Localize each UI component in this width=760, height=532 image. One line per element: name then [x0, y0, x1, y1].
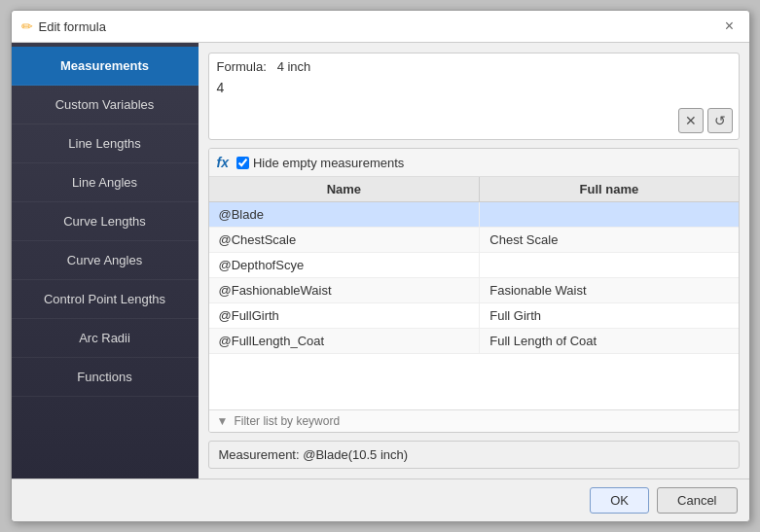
dialog-title: Edit formula — [39, 19, 106, 34]
sidebar-item-measurements[interactable]: Measurements — [12, 47, 199, 86]
table-row[interactable]: @FashionableWaistFasionable Waist — [209, 278, 739, 303]
table-row[interactable]: @ChestScaleChest Scale — [209, 228, 739, 253]
col-name: Name — [209, 177, 480, 202]
table-row[interactable]: @FullGirthFull Girth — [209, 303, 739, 329]
sidebar-item-arc-radii[interactable]: Arc Radii — [12, 319, 199, 358]
cell-name: @FullGirth — [209, 303, 480, 329]
formula-display-value: 4 inch — [277, 59, 311, 74]
sidebar-item-curve-lengths[interactable]: Curve Lengths — [12, 202, 199, 241]
status-bar: Measurement: @Blade(10.5 inch) — [208, 441, 740, 469]
close-button[interactable]: × — [720, 17, 740, 36]
formula-section: Formula: 4 inch 4 ✕ ↺ — [208, 53, 740, 140]
title-bar-left: ✏ Edit formula — [21, 18, 106, 34]
dialog-body: MeasurementsCustom VariablesLine Lengths… — [12, 43, 749, 479]
filter-icon: ▼ — [217, 414, 229, 428]
hide-empty-checkbox[interactable] — [236, 157, 249, 169]
table-row[interactable]: @Blade — [209, 202, 739, 228]
measurements-table: Name Full name @Blade@ChestScaleChest Sc… — [209, 177, 739, 354]
fx-icon: fx — [217, 155, 229, 170]
formula-label: Formula: 4 inch — [217, 59, 731, 74]
sidebar-item-curve-angles[interactable]: Curve Angles — [12, 241, 199, 280]
cell-name: @Blade — [209, 202, 480, 228]
hide-empty-label: Hide empty measurements — [253, 156, 404, 170]
sidebar-item-functions[interactable]: Functions — [12, 358, 199, 397]
sidebar-item-line-angles[interactable]: Line Angles — [12, 163, 199, 202]
sidebar-item-custom-variables[interactable]: Custom Variables — [12, 86, 199, 124]
edit-formula-dialog: ✏ Edit formula × MeasurementsCustom Vari… — [11, 10, 750, 522]
cell-name: @FullLength_Coat — [209, 329, 480, 354]
cell-fullname: Full Girth — [480, 303, 739, 329]
col-fullname: Full name — [480, 177, 739, 202]
formula-actions: ✕ ↺ — [678, 108, 733, 133]
cell-name: @DepthofScye — [209, 253, 480, 278]
cell-fullname — [480, 202, 739, 228]
cell-fullname: Fasionable Waist — [480, 278, 739, 303]
table-section: fx Hide empty measurements Name Full nam… — [208, 148, 740, 433]
hide-empty-checkbox-label[interactable]: Hide empty measurements — [236, 156, 404, 170]
cell-fullname: Chest Scale — [480, 228, 739, 253]
ok-button[interactable]: OK — [590, 487, 649, 514]
clear-formula-button[interactable]: ✕ — [678, 108, 704, 133]
measurements-table-container[interactable]: Name Full name @Blade@ChestScaleChest Sc… — [209, 177, 739, 409]
cancel-button[interactable]: Cancel — [657, 487, 737, 514]
table-body: @Blade@ChestScaleChest Scale@DepthofScye… — [209, 202, 739, 354]
title-bar: ✏ Edit formula × — [12, 11, 749, 43]
dialog-footer: OK Cancel — [12, 479, 749, 521]
reset-formula-button[interactable]: ↺ — [707, 108, 733, 133]
filter-bar: ▼ — [209, 409, 739, 432]
table-header-row: Name Full name — [209, 177, 739, 202]
cell-name: @ChestScale — [209, 228, 480, 253]
sidebar: MeasurementsCustom VariablesLine Lengths… — [12, 43, 199, 479]
table-toolbar: fx Hide empty measurements — [209, 149, 739, 177]
formula-edit-value: 4 — [217, 80, 731, 95]
pencil-icon: ✏ — [21, 18, 33, 34]
cell-fullname — [480, 253, 739, 278]
main-content: Formula: 4 inch 4 ✕ ↺ fx Hide empty meas… — [199, 43, 749, 479]
cell-fullname: Full Length of Coat — [480, 329, 739, 354]
sidebar-item-control-point-lengths[interactable]: Control Point Lengths — [12, 280, 199, 319]
table-row[interactable]: @FullLength_CoatFull Length of Coat — [209, 329, 739, 354]
sidebar-item-line-lengths[interactable]: Line Lengths — [12, 124, 199, 163]
filter-input[interactable] — [234, 414, 730, 428]
measurement-status: Measurement: @Blade(10.5 inch) — [219, 447, 409, 462]
cell-name: @FashionableWaist — [209, 278, 480, 303]
table-row[interactable]: @DepthofScye — [209, 253, 739, 278]
